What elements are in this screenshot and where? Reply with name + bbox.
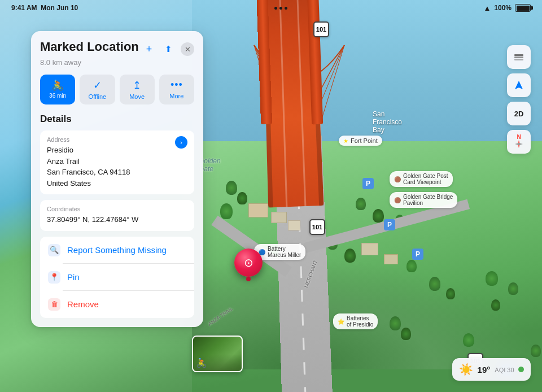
aqi-display: AQI 30 [495, 364, 524, 374]
layers-icon [513, 51, 524, 63]
offline-button[interactable]: ✓ Offline [80, 75, 115, 104]
offline-label: Offline [89, 94, 107, 100]
weather-widget[interactable]: ☀️ 19° AQI 30 [452, 358, 531, 381]
pin-button[interactable]: 📍 Pin [40, 264, 194, 291]
panel-title: Marked Location [40, 40, 139, 54]
svg-rect-2 [514, 59, 523, 60]
route-badge-101-top: 101 [313, 21, 329, 37]
bike-icon: 🚴 [51, 79, 64, 92]
compass-icon [515, 140, 523, 148]
status-right: ▲ 100% [483, 4, 531, 12]
aqi-label: AQI 30 [495, 367, 514, 373]
compass-button[interactable]: N [507, 130, 531, 154]
my-location-button[interactable] [507, 73, 531, 97]
location-arrow-icon [514, 80, 524, 90]
status-center-dots [274, 7, 287, 10]
2d-view-button[interactable]: 2D [507, 102, 531, 125]
remove-label: Remove [67, 299, 99, 309]
weather-temperature: 19° [478, 365, 491, 374]
share-button[interactable]: ⬆ [161, 42, 175, 56]
close-button[interactable]: ✕ [181, 42, 194, 56]
remove-icon: 🗑 [48, 298, 60, 311]
location-panel: Marked Location + ⬆ ✕ 8.0 km away 🚴 36 m… [31, 31, 203, 327]
report-icon: 🔍 [48, 244, 60, 256]
action-buttons-row: 🚴 36 min ✓ Offline ↥ Move ••• More [40, 75, 194, 104]
remove-button[interactable]: 🗑 Remove [40, 291, 194, 318]
bike-directions-button[interactable]: 🚴 36 min [40, 75, 75, 104]
map-controls: 2D N [507, 45, 531, 154]
pin-icon: 📍 [48, 271, 60, 284]
details-heading: Details [40, 114, 194, 125]
panel-header: Marked Location + ⬆ ✕ [40, 40, 194, 56]
route-badge-101-mid: 101 [309, 219, 325, 235]
report-label: Report Something Missing [67, 245, 167, 255]
compass-north: N [515, 134, 523, 140]
move-icon: ↥ [133, 79, 141, 92]
status-bar: 9:41 AM Mon Jun 10 ▲ 100% [0, 0, 542, 16]
move-button[interactable]: ↥ Move [120, 75, 155, 104]
status-time-date: 9:41 AM Mon Jun 10 [11, 4, 78, 12]
battery-indicator [515, 4, 531, 12]
report-missing-button[interactable]: 🔍 Report Something Missing [40, 237, 194, 264]
location-pin: ⊙ [234, 249, 263, 277]
offline-check-icon: ✓ [93, 79, 102, 92]
address-card: Address Presidio Anza Trail San Francisc… [40, 130, 194, 194]
weather-sun-icon: ☀️ [459, 363, 473, 376]
pin-label: Pin [67, 272, 80, 282]
add-button[interactable]: + [142, 42, 156, 56]
more-button[interactable]: ••• More [159, 75, 194, 104]
parking-badge-2[interactable]: P [384, 219, 395, 230]
coordinates-value: 37.80499° N, 122.47684° W [47, 214, 187, 225]
address-navigate-button[interactable]: › [175, 136, 187, 149]
2d-label: 2D [514, 110, 524, 118]
coordinates-card: Coordinates 37.80499° N, 122.47684° W [40, 200, 194, 231]
wifi-icon: ▲ [483, 4, 491, 12]
compass-display: N [515, 134, 523, 150]
panel-header-actions: + ⬆ ✕ [142, 42, 194, 56]
more-dots-icon: ••• [171, 79, 183, 91]
panel-subtitle: 8.0 km away [40, 58, 194, 67]
svg-rect-1 [514, 56, 523, 58]
bike-icon: 🚴 [196, 358, 207, 368]
svg-rect-0 [514, 54, 523, 56]
more-label: More [169, 93, 183, 99]
coordinates-label: Coordinates [47, 206, 187, 212]
move-label: Move [129, 94, 145, 100]
battery-percent: 100% [494, 4, 512, 12]
area-label-sf-bay: SanFranciscoBay [373, 110, 402, 134]
parking-badge-3[interactable]: P [412, 249, 423, 260]
layers-button[interactable] [507, 45, 531, 69]
bike-duration: 36 min [49, 93, 66, 99]
parking-badge-1[interactable]: P [362, 178, 374, 189]
address-label: Address [47, 136, 187, 143]
aqi-dot-icon [518, 367, 524, 372]
nature-photo-thumbnail[interactable]: 🚴 [192, 336, 243, 372]
action-list: 🔍 Report Something Missing 📍 Pin 🗑 Remov… [40, 237, 194, 318]
address-value: Presidio Anza Trail San Francisco, CA 94… [47, 145, 187, 189]
